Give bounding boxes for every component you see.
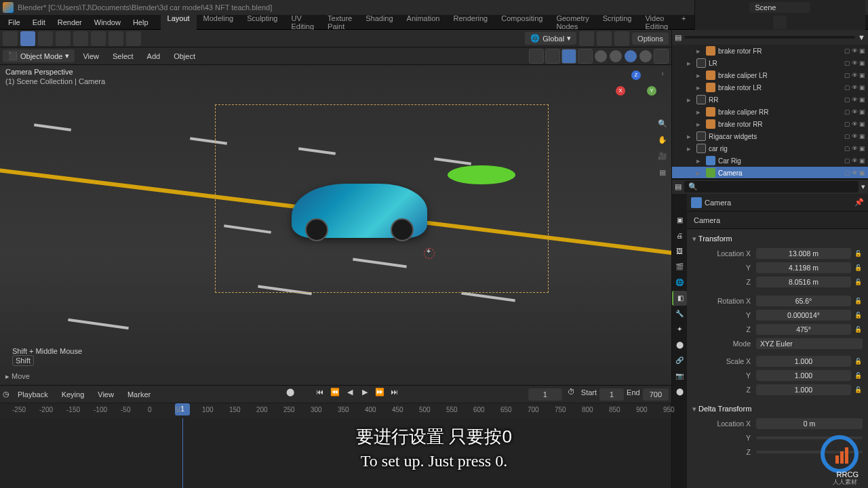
tab-modeling[interactable]: Modeling <box>197 12 241 33</box>
tab-rendering[interactable]: Rendering <box>446 12 494 33</box>
axis-z-icon[interactable]: Z <box>631 70 641 80</box>
restrict-view-icon[interactable]: 👁 <box>852 84 858 91</box>
collapse-icon[interactable]: ‹ <box>656 69 669 81</box>
restrict-render-icon[interactable]: ▣ <box>859 121 865 127</box>
menu-render[interactable]: Render <box>52 16 87 28</box>
disclosure-icon[interactable]: ▸ <box>687 132 694 141</box>
restrict-select-icon[interactable]: ▢ <box>844 84 850 91</box>
prop-object-icon[interactable]: ◧ <box>672 291 687 306</box>
options-dropdown[interactable]: Options <box>632 33 669 45</box>
snap-type2-icon[interactable] <box>91 31 106 46</box>
restrict-view-icon[interactable]: 👁 <box>852 121 858 127</box>
menu-help[interactable]: Help <box>127 16 154 28</box>
restrict-render-icon[interactable]: ▣ <box>859 133 865 140</box>
restrict-render-icon[interactable]: ▣ <box>859 157 865 164</box>
restrict-render-icon[interactable]: ▣ <box>859 72 865 79</box>
timeline-editor-icon[interactable]: ◷ <box>3 390 9 399</box>
pan-icon[interactable]: ✋ <box>656 136 669 148</box>
restrict-select-icon[interactable]: ▢ <box>844 169 850 176</box>
outliner-row[interactable]: ▸ brake rotor FR ▢ 👁 ▣ <box>672 45 868 57</box>
restrict-select-icon[interactable]: ▢ <box>844 108 850 115</box>
rot-mode-field[interactable]: XYZ Euler <box>756 338 863 349</box>
disclosure-icon[interactable]: ▸ <box>696 120 703 129</box>
jump-end-icon[interactable]: ⏭ <box>388 388 401 401</box>
scale-y-field[interactable]: 1.000 <box>756 370 851 381</box>
lock-icon[interactable]: 🔓 <box>853 250 863 257</box>
select-menu[interactable]: Select <box>107 50 139 62</box>
nav-gizmo[interactable]: Z Y X <box>616 70 656 111</box>
restrict-view-icon[interactable]: 👁 <box>852 145 858 152</box>
prop-data-icon[interactable]: 📷 <box>672 369 687 384</box>
pivot-icon[interactable] <box>579 31 594 46</box>
snap-type4-icon[interactable] <box>126 31 141 46</box>
add-menu[interactable]: Add <box>142 50 166 62</box>
outliner-search[interactable] <box>684 36 855 39</box>
shading-dropdown-icon[interactable] <box>654 49 669 64</box>
selectability-icon[interactable] <box>529 49 544 64</box>
last-operator[interactable]: Move <box>5 372 30 381</box>
rot-y-field[interactable]: 0.000014° <box>756 310 851 321</box>
jump-start-icon[interactable]: ⏮ <box>313 388 327 401</box>
select-box-icon[interactable] <box>38 31 53 46</box>
playhead-line[interactable] <box>182 418 183 488</box>
restrict-select-icon[interactable]: ▢ <box>844 60 850 66</box>
restrict-view-icon[interactable]: 👁 <box>852 72 858 79</box>
cursor-tool-icon[interactable] <box>20 31 35 46</box>
disclosure-icon[interactable]: ▸ <box>696 47 703 56</box>
object-menu[interactable]: Object <box>168 50 201 62</box>
restrict-select-icon[interactable]: ▢ <box>844 47 850 54</box>
tab-uv[interactable]: UV Editing <box>284 12 321 33</box>
viewlayer-browse-icon[interactable] <box>773 16 787 29</box>
timeline-ruler[interactable]: 1 -250-200-150-100-500501001502002503003… <box>0 403 671 418</box>
prop-output-icon[interactable]: 🖨 <box>672 228 687 243</box>
disclosure-icon[interactable]: ▸ <box>696 71 703 80</box>
marker-menu[interactable]: Marker <box>122 388 156 401</box>
prop-particle-icon[interactable]: ✦ <box>672 322 687 337</box>
xray-icon[interactable] <box>578 49 593 64</box>
menu-edit[interactable]: Edit <box>27 16 51 28</box>
restrict-render-icon[interactable]: ▣ <box>859 96 865 103</box>
tl-view-menu[interactable]: View <box>92 388 119 401</box>
restrict-render-icon[interactable]: ▣ <box>859 84 865 91</box>
end-frame-field[interactable]: 700 <box>643 388 669 401</box>
wireframe-shading-icon[interactable] <box>595 50 607 62</box>
restrict-render-icon[interactable]: ▣ <box>859 60 865 66</box>
transform-panel-header[interactable]: Transform <box>692 232 863 246</box>
snap-type3-icon[interactable] <box>108 31 123 46</box>
delta-panel-header[interactable]: Delta Transform <box>692 402 863 416</box>
restrict-view-icon[interactable]: 👁 <box>852 157 858 164</box>
outliner-row[interactable]: ▸ Rigacar widgets ▢ 👁 ▣ <box>672 130 868 142</box>
rot-x-field[interactable]: 65.6° <box>756 296 851 306</box>
disclosure-icon[interactable]: ▸ <box>696 83 703 92</box>
prop-viewlayer-icon[interactable]: 🖼 <box>672 244 687 259</box>
tab-video[interactable]: Video Editing <box>638 12 675 33</box>
outliner-row[interactable]: ▸ brake rotor LR ▢ 👁 ▣ <box>672 81 868 94</box>
restrict-view-icon[interactable]: 👁 <box>852 133 858 140</box>
loc-y-field[interactable]: 4.1198 m <box>756 262 851 273</box>
restrict-render-icon[interactable]: ▣ <box>859 145 865 152</box>
restrict-select-icon[interactable]: ▢ <box>844 72 850 79</box>
outliner-row[interactable]: ▸ car rig ▢ 👁 ▣ <box>672 142 868 155</box>
rot-z-field[interactable]: 475° <box>756 324 851 335</box>
tab-geonodes[interactable]: Geometry Nodes <box>549 12 595 33</box>
current-frame-field[interactable]: 1 <box>528 388 562 401</box>
solid-shading-icon[interactable] <box>610 50 622 62</box>
menu-file[interactable]: File <box>3 16 26 28</box>
restrict-select-icon[interactable]: ▢ <box>844 145 850 152</box>
restrict-view-icon[interactable]: 👁 <box>852 96 858 103</box>
overlay-toggle-icon[interactable] <box>561 49 576 64</box>
rendered-shading-icon[interactable] <box>639 50 652 62</box>
editor-type-icon[interactable] <box>3 31 18 46</box>
disclosure-icon[interactable]: ▸ <box>687 96 694 104</box>
outliner-mode-icon[interactable]: ▤ <box>675 33 682 42</box>
tab-animation[interactable]: Animation <box>400 12 447 33</box>
zoom-icon[interactable]: 🔍 <box>656 119 669 131</box>
keynext-icon[interactable]: ⏩ <box>373 388 387 401</box>
tab-add[interactable]: + <box>675 12 692 33</box>
restrict-select-icon[interactable]: ▢ <box>844 157 850 164</box>
autokey-icon[interactable]: ⬤ <box>283 388 297 401</box>
outliner-row[interactable]: ▸ brake rotor RR ▢ 👁 ▣ <box>672 118 868 130</box>
disclosure-icon[interactable]: ▸ <box>696 108 703 117</box>
restrict-select-icon[interactable]: ▢ <box>844 133 850 140</box>
outliner-row[interactable]: ▸ LR ▢ 👁 ▣ <box>672 57 868 69</box>
